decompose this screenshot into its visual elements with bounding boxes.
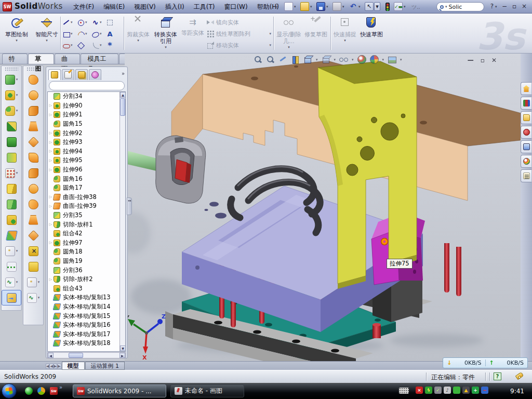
view-orientation-icon[interactable] bbox=[303, 55, 312, 64]
convert-entities-button[interactable]: 转换实体引用▾ bbox=[152, 15, 180, 51]
spline-tool-caret-icon[interactable]: ▾ bbox=[100, 20, 102, 24]
revolved-cut-button[interactable] bbox=[23, 150, 43, 165]
commandmanager-tab-0[interactable]: 特征 bbox=[2, 54, 28, 64]
usb-device-icon[interactable] bbox=[453, 387, 460, 394]
expand-icon[interactable]: ▷ bbox=[48, 222, 54, 227]
new-caret-icon[interactable]: ▾ bbox=[294, 5, 296, 9]
network-warning-icon[interactable]: ▲ bbox=[462, 387, 470, 394]
status-help-icon[interactable]: ? bbox=[494, 373, 501, 380]
print-caret-icon[interactable]: ▾ bbox=[342, 5, 344, 9]
reference-geometry-caret-icon[interactable]: ▾ bbox=[16, 249, 18, 253]
revolved-boss-button[interactable] bbox=[23, 87, 43, 103]
line-tool-caret-icon[interactable]: ▾ bbox=[71, 20, 73, 24]
mirror-feature-button[interactable] bbox=[2, 181, 21, 196]
rib-button[interactable] bbox=[2, 150, 21, 165]
menu-item-3[interactable]: 插入(I) bbox=[161, 3, 189, 11]
pin-icon[interactable]: ⚲ bbox=[272, 2, 281, 11]
status-tag-icon[interactable] bbox=[515, 372, 524, 380]
tree-item-24[interactable]: 实体-移动/复制15 bbox=[48, 311, 120, 321]
move-copy-body-button[interactable] bbox=[2, 228, 21, 243]
antivirus-shield-icon[interactable]: ϟ bbox=[425, 387, 432, 394]
offset-entities-button[interactable]: ⇉ 等距实体 bbox=[181, 15, 205, 51]
view-settings-icon[interactable] bbox=[388, 55, 396, 64]
replace-face-button[interactable] bbox=[23, 259, 43, 274]
rectangle-tool-caret-icon[interactable]: ▾ bbox=[71, 32, 73, 36]
display-delete-relations-button[interactable]: 显示/删除几...▾ bbox=[275, 15, 302, 51]
quick-snaps-button[interactable]: 快速捕捉▾ bbox=[332, 15, 357, 51]
sketch-picture-tool-icon[interactable] bbox=[106, 19, 114, 26]
arc-tool-icon[interactable] bbox=[77, 30, 85, 38]
fillet-caret-icon[interactable]: ▾ bbox=[16, 109, 18, 113]
instant3d-button[interactable] bbox=[2, 259, 21, 274]
lofted-boss-button[interactable] bbox=[23, 103, 43, 118]
commandmanager-tab-2[interactable]: 曲面 bbox=[55, 54, 80, 64]
sketch-button[interactable]: 草图绘制▾ bbox=[2, 15, 31, 51]
spline-feature-button[interactable]: ▾ bbox=[23, 290, 43, 305]
new-document-icon[interactable] bbox=[284, 2, 293, 11]
expand-icon[interactable]: ▷ bbox=[48, 149, 54, 153]
commandmanager-tab-1[interactable]: 草图 bbox=[28, 54, 54, 64]
select-caret-icon[interactable]: ▾ bbox=[374, 2, 380, 11]
zoom-area-icon[interactable] bbox=[266, 55, 275, 64]
tree-item-17[interactable]: 圆角18 bbox=[48, 247, 120, 257]
swept-boss-button[interactable] bbox=[23, 72, 43, 87]
expand-icon[interactable]: ▷ bbox=[48, 241, 54, 245]
freeform-button[interactable]: ▾ bbox=[23, 274, 43, 290]
commandmanager-tab-3[interactable]: 模具工具 bbox=[81, 54, 118, 64]
tree-item-18[interactable]: 圆角19 bbox=[48, 257, 120, 266]
chamfer-button[interactable] bbox=[2, 118, 21, 134]
extruded-cut-button[interactable]: ▾ bbox=[2, 87, 21, 103]
extruded-boss-caret-icon[interactable]: ▾ bbox=[16, 77, 18, 82]
tree-item-1[interactable]: ▷拉伸90 bbox=[48, 101, 120, 111]
tree-item-25[interactable]: 实体-移动/复制16 bbox=[48, 321, 120, 330]
bend-button[interactable] bbox=[23, 212, 43, 228]
horizontal-scroll-thumb[interactable] bbox=[69, 353, 83, 358]
sketch-fillet-tool-caret-icon[interactable]: ▾ bbox=[100, 43, 102, 47]
curve-caret-icon[interactable]: ▾ bbox=[16, 280, 18, 284]
circle-tool-caret-icon[interactable]: ▾ bbox=[85, 20, 87, 24]
tree-item-14[interactable]: ▷切除-放样1 bbox=[48, 220, 120, 229]
sheet-nav-3[interactable]: ▶ bbox=[57, 364, 61, 369]
tree-item-6[interactable]: ▷拉伸94 bbox=[48, 147, 120, 156]
tab-model[interactable]: 模型 bbox=[62, 362, 85, 370]
fillet-button[interactable]: ▾ bbox=[2, 103, 21, 118]
zoom-fit-icon[interactable] bbox=[254, 55, 262, 64]
flex-button[interactable] bbox=[23, 196, 43, 212]
menu-item-1[interactable]: 编辑(E) bbox=[99, 3, 129, 11]
polygon-tool-icon[interactable] bbox=[77, 42, 85, 49]
select-cursor-icon[interactable]: ↖ bbox=[365, 2, 374, 11]
rebuild-traffic-light-icon[interactable] bbox=[385, 3, 390, 11]
tree-item-27[interactable]: 实体-移动/复制18 bbox=[48, 339, 120, 348]
tree-item-0[interactable]: 分割34 bbox=[48, 92, 120, 101]
design-library-button[interactable] bbox=[521, 97, 531, 110]
swept-cut-button[interactable] bbox=[23, 134, 43, 150]
tree-item-3[interactable]: 圆角15 bbox=[48, 119, 120, 129]
expand-icon[interactable]: ▷ bbox=[48, 158, 54, 163]
search-box[interactable]: ▾ bbox=[436, 2, 484, 11]
dome-button[interactable] bbox=[23, 181, 43, 196]
quicklaunch-more-button[interactable]: » bbox=[59, 384, 62, 390]
display-style-icon[interactable] bbox=[322, 55, 330, 64]
vertical-scroll-thumb[interactable] bbox=[120, 98, 125, 116]
sync-status-icon[interactable]: − bbox=[481, 387, 488, 394]
toolbar-overflow[interactable]: ツ.. bbox=[411, 4, 420, 11]
slot-tool-icon[interactable] bbox=[62, 42, 70, 49]
tree-item-26[interactable]: 实体-移动/复制17 bbox=[48, 329, 120, 339]
arc-tool-caret-icon[interactable]: ▾ bbox=[85, 32, 87, 36]
options-caret-icon[interactable]: ▾ bbox=[404, 5, 406, 9]
combine-feature-button[interactable] bbox=[2, 212, 21, 228]
shell-button[interactable] bbox=[2, 134, 21, 150]
tree-item-5[interactable]: ▷拉伸93 bbox=[48, 138, 120, 147]
tree-item-20[interactable]: ▷切除-放样2 bbox=[48, 275, 120, 284]
open-icon[interactable] bbox=[300, 2, 309, 11]
help-caret-icon[interactable]: ▾ bbox=[495, 5, 497, 9]
tree-item-9[interactable]: 圆角16 bbox=[48, 174, 120, 183]
tab-configurationmanager[interactable] bbox=[75, 69, 88, 80]
tree-item-22[interactable]: 实体-移动/复制13 bbox=[48, 293, 120, 302]
tree-item-15[interactable]: 组合42 bbox=[48, 229, 120, 238]
expand-icon[interactable]: ▷ bbox=[48, 113, 54, 117]
close-button[interactable]: × bbox=[520, 3, 529, 10]
expand-icon[interactable]: ▷ bbox=[48, 195, 54, 199]
tree-item-4[interactable]: ▷拉伸92 bbox=[48, 128, 120, 138]
sketch-text-tool-icon[interactable]: A bbox=[106, 30, 114, 38]
